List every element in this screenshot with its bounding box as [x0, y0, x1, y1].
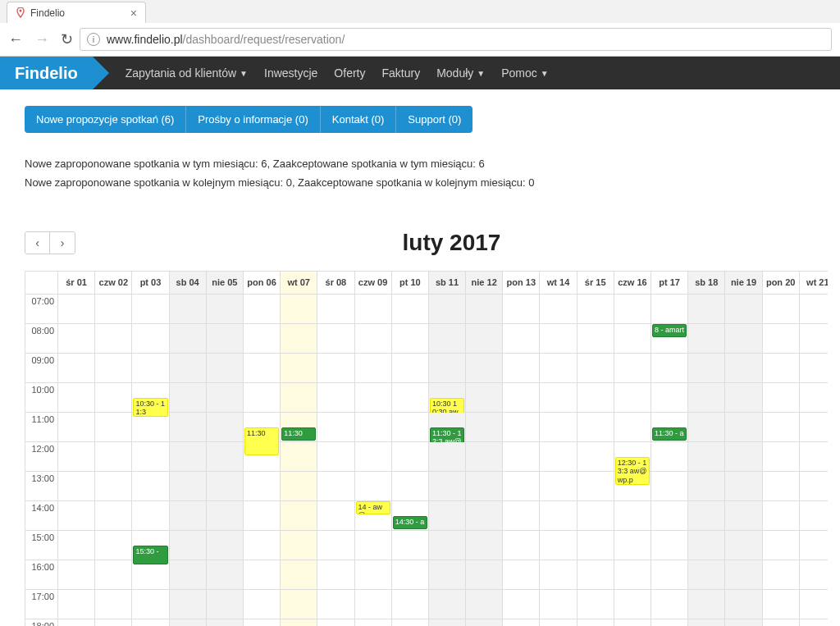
- calendar-slot[interactable]: [244, 442, 281, 472]
- calendar-slot[interactable]: [578, 442, 614, 472]
- calendar-slot[interactable]: [763, 324, 800, 354]
- calendar-slot[interactable]: [763, 472, 800, 501]
- calendar-slot[interactable]: 8 - amartar: [651, 324, 688, 354]
- sub-tab[interactable]: Support (0): [396, 106, 472, 133]
- calendar-slot[interactable]: [355, 324, 392, 354]
- calendar-event[interactable]: 11:30 - aw: [652, 427, 687, 441]
- calendar-slot[interactable]: [688, 619, 725, 626]
- calendar-slot[interactable]: [429, 560, 466, 590]
- calendar-slot[interactable]: [429, 590, 466, 619]
- calendar-slot[interactable]: [725, 472, 762, 501]
- calendar-slot[interactable]: [429, 472, 466, 501]
- calendar-slot[interactable]: [244, 590, 281, 619]
- url-bar[interactable]: i www.findelio.pl/dashboard/request/rese…: [80, 28, 832, 51]
- calendar-slot[interactable]: [281, 442, 317, 472]
- calendar-slot[interactable]: [170, 472, 207, 501]
- calendar-slot[interactable]: [244, 619, 281, 626]
- calendar-slot[interactable]: [95, 413, 132, 442]
- calendar-event[interactable]: 8 - amartar: [652, 324, 687, 337]
- calendar-slot[interactable]: [763, 354, 800, 383]
- calendar-slot[interactable]: [95, 442, 132, 472]
- calendar-slot[interactable]: [503, 442, 540, 472]
- calendar-slot[interactable]: [281, 619, 317, 626]
- calendar-slot[interactable]: [207, 590, 244, 619]
- calendar-slot[interactable]: 10:30 10:30 aw@ aw@: [429, 383, 466, 413]
- calendar-next-button[interactable]: ›: [50, 232, 75, 254]
- calendar-slot[interactable]: [614, 560, 651, 590]
- calendar-slot[interactable]: [58, 354, 95, 383]
- calendar-slot[interactable]: [392, 413, 429, 442]
- calendar-slot[interactable]: [503, 619, 540, 626]
- calendar-slot[interactable]: [317, 442, 354, 472]
- calendar-slot[interactable]: [207, 354, 244, 383]
- calendar-slot[interactable]: [540, 295, 577, 324]
- calendar-slot[interactable]: [503, 531, 540, 560]
- sub-tab[interactable]: Kontakt (0): [321, 106, 397, 133]
- calendar-slot[interactable]: [688, 383, 725, 413]
- calendar-slot[interactable]: [614, 472, 651, 501]
- site-info-icon[interactable]: i: [87, 33, 100, 46]
- calendar-slot[interactable]: [725, 354, 762, 383]
- calendar-slot[interactable]: [466, 501, 503, 531]
- calendar-slot[interactable]: [392, 295, 429, 324]
- calendar-slot[interactable]: [800, 501, 828, 531]
- calendar-slot[interactable]: [466, 619, 503, 626]
- calendar-slot[interactable]: [355, 295, 392, 324]
- calendar-slot[interactable]: [95, 501, 132, 531]
- calendar-slot[interactable]: [725, 531, 762, 560]
- calendar-slot[interactable]: [763, 619, 800, 626]
- calendar-slot[interactable]: [281, 472, 317, 501]
- calendar-slot[interactable]: [207, 324, 244, 354]
- calendar-slot[interactable]: [355, 413, 392, 442]
- calendar-slot[interactable]: [651, 383, 688, 413]
- calendar-slot[interactable]: [132, 442, 169, 472]
- calendar-slot[interactable]: [58, 324, 95, 354]
- calendar-slot[interactable]: [317, 472, 354, 501]
- calendar-slot[interactable]: [132, 560, 169, 590]
- calendar-slot[interactable]: [503, 383, 540, 413]
- calendar-slot[interactable]: [725, 619, 762, 626]
- calendar-slot[interactable]: [244, 531, 281, 560]
- calendar-slot[interactable]: [207, 383, 244, 413]
- calendar-slot[interactable]: 10:30 - 11:3: [132, 383, 169, 413]
- calendar-slot[interactable]: [132, 354, 169, 383]
- calendar-slot[interactable]: [392, 619, 429, 626]
- calendar-slot[interactable]: [132, 501, 169, 531]
- calendar-slot[interactable]: [281, 501, 317, 531]
- calendar-slot[interactable]: [725, 442, 762, 472]
- calendar-slot[interactable]: [95, 590, 132, 619]
- calendar-slot[interactable]: [170, 619, 207, 626]
- calendar-slot[interactable]: [503, 472, 540, 501]
- calendar-slot[interactable]: [725, 295, 762, 324]
- calendar-slot[interactable]: [244, 295, 281, 324]
- calendar-slot[interactable]: [95, 295, 132, 324]
- calendar-slot[interactable]: [651, 590, 688, 619]
- calendar-slot[interactable]: [466, 531, 503, 560]
- calendar-slot[interactable]: [170, 442, 207, 472]
- calendar-slot[interactable]: [429, 354, 466, 383]
- calendar-slot[interactable]: 14 - aw@v: [355, 501, 392, 531]
- calendar-slot[interactable]: [392, 354, 429, 383]
- calendar-slot[interactable]: [763, 501, 800, 531]
- calendar-slot[interactable]: [392, 531, 429, 560]
- calendar-slot[interactable]: [466, 590, 503, 619]
- calendar-slot[interactable]: [244, 354, 281, 383]
- calendar-slot[interactable]: [540, 560, 577, 590]
- calendar-slot[interactable]: 11:30: [281, 413, 317, 442]
- calendar-slot[interactable]: [578, 354, 614, 383]
- calendar-slot[interactable]: [429, 295, 466, 324]
- calendar-slot[interactable]: [58, 531, 95, 560]
- calendar-slot[interactable]: [578, 295, 614, 324]
- calendar-slot[interactable]: [466, 442, 503, 472]
- calendar-slot[interactable]: [651, 501, 688, 531]
- calendar-slot[interactable]: [429, 501, 466, 531]
- calendar-slot[interactable]: [170, 354, 207, 383]
- calendar-slot[interactable]: [614, 295, 651, 324]
- calendar-slot[interactable]: [281, 590, 317, 619]
- calendar-slot[interactable]: [651, 442, 688, 472]
- calendar-slot[interactable]: [800, 442, 828, 472]
- calendar-slot[interactable]: [800, 472, 828, 501]
- calendar-slot[interactable]: [800, 324, 828, 354]
- calendar-slot[interactable]: [317, 501, 354, 531]
- calendar-slot[interactable]: [207, 619, 244, 626]
